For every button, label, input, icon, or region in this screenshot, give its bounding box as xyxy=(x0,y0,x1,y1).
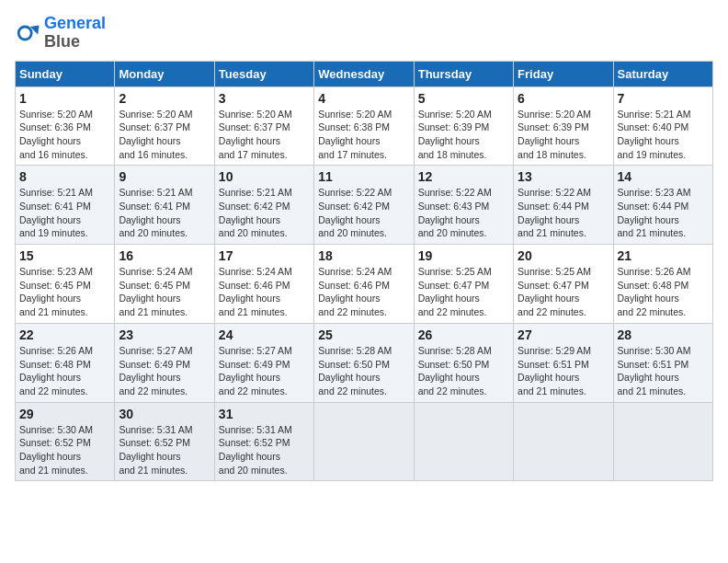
daylight-duration: and 20 minutes. xyxy=(119,227,188,238)
day-info: Sunrise: 5:26 AMSunset: 6:48 PMDaylight … xyxy=(19,344,110,398)
day-number: 10 xyxy=(219,169,310,184)
daylight-label: Daylight hours xyxy=(219,372,280,383)
daylight-label: Daylight hours xyxy=(119,135,180,146)
daylight-duration: and 20 minutes. xyxy=(219,227,288,238)
sunrise-text: Sunrise: 5:20 AM xyxy=(219,109,292,120)
day-number: 17 xyxy=(219,248,310,263)
sunrise-text: Sunrise: 5:24 AM xyxy=(219,266,292,277)
daylight-label: Daylight hours xyxy=(219,293,280,304)
day-info: Sunrise: 5:29 AMSunset: 6:51 PMDaylight … xyxy=(518,344,609,398)
sunrise-text: Sunrise: 5:28 AM xyxy=(418,345,492,356)
sunset-text: Sunset: 6:38 PM xyxy=(318,121,390,132)
day-info: Sunrise: 5:22 AMSunset: 6:43 PMDaylight … xyxy=(418,186,509,240)
calendar-week-row: 22Sunrise: 5:26 AMSunset: 6:48 PMDayligh… xyxy=(16,323,713,402)
day-info: Sunrise: 5:20 AMSunset: 6:39 PMDaylight … xyxy=(518,108,609,162)
daylight-duration: and 20 minutes. xyxy=(318,227,387,238)
day-info: Sunrise: 5:25 AMSunset: 6:47 PMDaylight … xyxy=(518,265,609,319)
sunrise-text: Sunrise: 5:22 AM xyxy=(518,187,591,198)
daylight-duration: and 22 minutes. xyxy=(418,385,487,396)
calendar-cell xyxy=(414,402,513,481)
calendar-cell: 18Sunrise: 5:24 AMSunset: 6:46 PMDayligh… xyxy=(314,245,414,324)
sunset-text: Sunset: 6:48 PM xyxy=(618,280,689,291)
daylight-duration: and 22 minutes. xyxy=(418,306,487,317)
sunset-text: Sunset: 6:42 PM xyxy=(219,201,290,212)
sunset-text: Sunset: 6:37 PM xyxy=(219,121,290,132)
day-info: Sunrise: 5:27 AMSunset: 6:49 PMDaylight … xyxy=(219,344,310,398)
daylight-label: Daylight hours xyxy=(19,451,81,462)
daylight-label: Daylight hours xyxy=(119,451,180,462)
sunset-text: Sunset: 6:40 PM xyxy=(618,121,689,132)
daylight-label: Daylight hours xyxy=(119,293,180,304)
column-header-sunday: Sunday xyxy=(16,61,115,86)
day-info: Sunrise: 5:24 AMSunset: 6:45 PMDaylight … xyxy=(119,265,210,319)
daylight-duration: and 21 minutes. xyxy=(219,306,288,317)
day-info: Sunrise: 5:31 AMSunset: 6:52 PMDaylight … xyxy=(119,423,210,477)
calendar-cell: 24Sunrise: 5:27 AMSunset: 6:49 PMDayligh… xyxy=(214,323,313,402)
sunrise-text: Sunrise: 5:25 AM xyxy=(518,266,591,277)
daylight-label: Daylight hours xyxy=(518,214,579,225)
sunrise-text: Sunrise: 5:27 AM xyxy=(219,345,292,356)
sunrise-text: Sunrise: 5:20 AM xyxy=(518,109,591,120)
sunrise-text: Sunrise: 5:26 AM xyxy=(19,345,93,356)
daylight-duration: and 21 minutes. xyxy=(19,306,88,317)
daylight-label: Daylight hours xyxy=(318,372,380,383)
sunset-text: Sunset: 6:43 PM xyxy=(418,201,490,212)
daylight-duration: and 21 minutes. xyxy=(618,385,687,396)
day-info: Sunrise: 5:26 AMSunset: 6:48 PMDaylight … xyxy=(618,265,709,319)
daylight-label: Daylight hours xyxy=(119,372,180,383)
daylight-duration: and 22 minutes. xyxy=(119,385,188,396)
sunrise-text: Sunrise: 5:21 AM xyxy=(618,109,691,120)
day-info: Sunrise: 5:30 AMSunset: 6:51 PMDaylight … xyxy=(618,344,709,398)
day-number: 15 xyxy=(19,248,110,263)
sunrise-text: Sunrise: 5:26 AM xyxy=(618,266,691,277)
daylight-duration: and 21 minutes. xyxy=(119,465,188,476)
day-info: Sunrise: 5:27 AMSunset: 6:49 PMDaylight … xyxy=(119,344,210,398)
sunrise-text: Sunrise: 5:31 AM xyxy=(219,424,292,435)
calendar-header-row: SundayMondayTuesdayWednesdayThursdayFrid… xyxy=(16,61,713,86)
calendar-cell: 2Sunrise: 5:20 AMSunset: 6:37 PMDaylight… xyxy=(115,86,214,166)
sunrise-text: Sunrise: 5:23 AM xyxy=(19,266,93,277)
day-number: 19 xyxy=(418,248,509,263)
day-number: 9 xyxy=(119,169,210,184)
calendar-cell: 8Sunrise: 5:21 AMSunset: 6:41 PMDaylight… xyxy=(16,166,115,245)
daylight-duration: and 21 minutes. xyxy=(618,227,687,238)
calendar-cell: 26Sunrise: 5:28 AMSunset: 6:50 PMDayligh… xyxy=(414,323,513,402)
calendar-cell: 13Sunrise: 5:22 AMSunset: 6:44 PMDayligh… xyxy=(514,166,613,245)
svg-point-0 xyxy=(18,27,31,40)
daylight-label: Daylight hours xyxy=(618,372,679,383)
day-number: 27 xyxy=(518,327,609,342)
calendar-cell: 3Sunrise: 5:20 AMSunset: 6:37 PMDaylight… xyxy=(214,86,313,166)
daylight-label: Daylight hours xyxy=(318,214,380,225)
sunrise-text: Sunrise: 5:27 AM xyxy=(119,345,192,356)
logo: GeneralBlue xyxy=(15,15,106,52)
calendar-cell: 6Sunrise: 5:20 AMSunset: 6:39 PMDaylight… xyxy=(514,86,613,166)
sunrise-text: Sunrise: 5:29 AM xyxy=(518,345,591,356)
day-info: Sunrise: 5:23 AMSunset: 6:45 PMDaylight … xyxy=(19,265,110,319)
calendar-cell: 20Sunrise: 5:25 AMSunset: 6:47 PMDayligh… xyxy=(514,245,613,324)
sunset-text: Sunset: 6:41 PM xyxy=(19,201,91,212)
sunset-text: Sunset: 6:36 PM xyxy=(19,121,91,132)
daylight-duration: and 22 minutes. xyxy=(318,306,387,317)
sunset-text: Sunset: 6:41 PM xyxy=(119,201,190,212)
day-info: Sunrise: 5:28 AMSunset: 6:50 PMDaylight … xyxy=(318,344,409,398)
calendar-week-row: 15Sunrise: 5:23 AMSunset: 6:45 PMDayligh… xyxy=(16,245,713,324)
daylight-duration: and 20 minutes. xyxy=(219,465,288,476)
day-info: Sunrise: 5:21 AMSunset: 6:42 PMDaylight … xyxy=(219,186,310,240)
calendar-cell: 4Sunrise: 5:20 AMSunset: 6:38 PMDaylight… xyxy=(314,86,414,166)
day-info: Sunrise: 5:28 AMSunset: 6:50 PMDaylight … xyxy=(418,344,509,398)
day-number: 29 xyxy=(19,407,110,421)
day-number: 28 xyxy=(618,327,709,342)
sunrise-text: Sunrise: 5:20 AM xyxy=(19,109,93,120)
calendar-cell: 1Sunrise: 5:20 AMSunset: 6:36 PMDaylight… xyxy=(16,86,115,166)
sunrise-text: Sunrise: 5:23 AM xyxy=(618,187,691,198)
calendar-table: SundayMondayTuesdayWednesdayThursdayFrid… xyxy=(15,61,713,482)
calendar-cell: 27Sunrise: 5:29 AMSunset: 6:51 PMDayligh… xyxy=(514,323,613,402)
logo-text: GeneralBlue xyxy=(44,15,106,52)
day-info: Sunrise: 5:22 AMSunset: 6:44 PMDaylight … xyxy=(518,186,609,240)
daylight-label: Daylight hours xyxy=(518,135,579,146)
day-number: 16 xyxy=(119,248,210,263)
column-header-thursday: Thursday xyxy=(414,61,513,86)
daylight-label: Daylight hours xyxy=(518,372,579,383)
sunset-text: Sunset: 6:39 PM xyxy=(518,121,589,132)
daylight-duration: and 16 minutes. xyxy=(19,149,88,160)
